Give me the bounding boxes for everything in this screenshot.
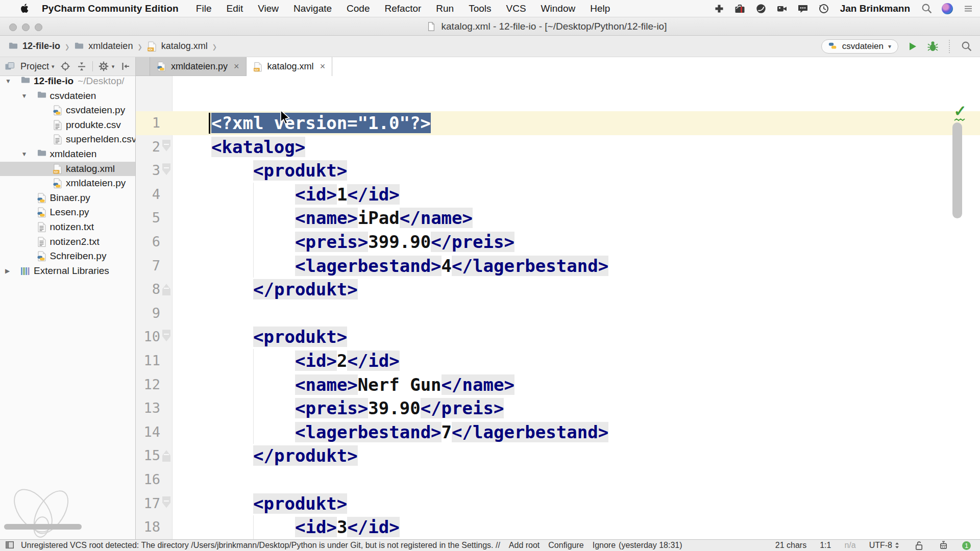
tree-item-superhelden-csv[interactable]: superhelden.csv [0, 132, 135, 147]
fold-marker-icon[interactable] [162, 496, 170, 508]
code-line-18[interactable]: 18<id>3</id> [136, 515, 980, 539]
menu-run[interactable]: Run [436, 3, 454, 14]
code-line-12[interactable]: 12<name>Nerf Gun</name> [136, 373, 980, 397]
project-panel-title[interactable]: Project [20, 61, 49, 72]
tab-katalog-xml[interactable]: <>katalog.xml× [247, 57, 333, 76]
code-line-5[interactable]: 5<name>iPad</name> [136, 206, 980, 230]
plus-icon[interactable] [714, 3, 725, 14]
apple-icon[interactable] [18, 3, 30, 14]
code-line-17[interactable]: 17<produkt> [136, 492, 980, 516]
fold-marker-icon[interactable] [162, 284, 170, 295]
hide-panel-icon[interactable] [120, 61, 131, 72]
tree-item-schreiben-py[interactable]: Schreiben.py [0, 249, 135, 264]
history-icon[interactable] [818, 3, 829, 14]
menu-navigate[interactable]: Navigate [293, 3, 332, 14]
code-line-14[interactable]: 14<lagerbestand>7</lagerbestand> [136, 420, 980, 444]
camera-icon[interactable] [776, 3, 788, 14]
code-line-13[interactable]: 13<preis>39.90</preis> [136, 396, 980, 420]
tree-item-xmldateien-py[interactable]: xmldateien.py [0, 176, 135, 191]
siri-icon[interactable] [942, 3, 953, 14]
collapse-all-icon[interactable] [76, 61, 87, 72]
code-line-15[interactable]: 15</produkt> [136, 444, 980, 468]
tree-item-12-file-io[interactable]: ▼12-file-io~/Desktop/ [0, 76, 135, 89]
tree-item-katalog-xml[interactable]: <>katalog.xml [0, 162, 135, 177]
chat-icon[interactable] [797, 3, 808, 14]
list-icon[interactable] [963, 3, 974, 14]
fold-marker-icon[interactable] [162, 163, 170, 175]
tree-collapsed-arrow-icon[interactable]: ▶ [5, 267, 10, 274]
char-count[interactable]: 21 chars [775, 541, 806, 550]
tree-item-notizen2-txt[interactable]: notizen2.txt [0, 235, 135, 249]
tree-expanded-arrow-icon[interactable]: ▼ [21, 92, 28, 99]
code-line-6[interactable]: 6<preis>399.90</preis> [136, 230, 980, 254]
tree-item-csvdateien-py[interactable]: csvdateien.py [0, 103, 135, 118]
search-everywhere-icon[interactable] [961, 41, 972, 52]
vcs-action-ignore[interactable]: Ignore [593, 541, 616, 550]
fold-marker-icon[interactable] [162, 330, 170, 341]
locate-icon[interactable] [60, 61, 71, 72]
code-line-11[interactable]: 11<id>2</id> [136, 349, 980, 373]
tree-item-external-libraries[interactable]: ▶External Libraries [0, 264, 135, 279]
app-name[interactable]: PyCharm Community Edition [42, 3, 179, 14]
tree-expanded-arrow-icon[interactable]: ▼ [21, 151, 28, 158]
tree-item-binaer-py[interactable]: Binaer.py [0, 191, 135, 206]
code-line-10[interactable]: 10<produkt> [136, 325, 980, 349]
breadcrumb-item-xmldateien[interactable]: xmldateien [74, 41, 133, 52]
vcs-action-add-root[interactable]: Add root [509, 541, 540, 550]
menu-refactor[interactable]: Refactor [385, 3, 422, 14]
code-line-7[interactable]: 7<lagerbestand>4</lagerbestand> [136, 254, 980, 278]
menu-vcs[interactable]: VCS [506, 3, 526, 14]
toolbox-icon[interactable] [734, 3, 746, 14]
breadcrumb-item-12-file-io[interactable]: 12-file-io [8, 41, 60, 52]
tree-item-xmldateien[interactable]: ▼xmldateien [0, 147, 135, 162]
user-name[interactable]: Jan Brinkmann [840, 3, 910, 14]
close-icon[interactable]: × [234, 61, 239, 72]
code-line-8[interactable]: 8</produkt> [136, 278, 980, 302]
code-line-1[interactable]: 1<?xml version="1.0"?> [136, 111, 980, 135]
editor[interactable]: 1<?xml version="1.0"?>2<katalog>3<produk… [136, 76, 980, 539]
file-encoding[interactable]: UTF-8 [869, 540, 900, 551]
tab-xmldateien-py[interactable]: xmldateien.py× [150, 57, 247, 76]
traffic-light-zoom[interactable] [35, 23, 42, 31]
code-line-4[interactable]: 4<id>1</id> [136, 183, 980, 207]
menu-window[interactable]: Window [541, 3, 576, 14]
search-icon[interactable] [921, 3, 932, 14]
code-line-9[interactable]: 9 [136, 302, 980, 325]
run-config-select[interactable]: csvdateien ▾ [821, 39, 898, 54]
inspection-check-icon[interactable]: ✓ [951, 105, 969, 121]
fold-marker-icon[interactable] [162, 140, 170, 152]
hector-icon[interactable] [938, 540, 949, 551]
tree-item-produkte-csv[interactable]: produkte.csv [0, 118, 135, 133]
tree-item-notizen-txt[interactable]: notizen.txt [0, 220, 135, 235]
menu-code[interactable]: Code [347, 3, 370, 14]
vertical-scrollbar[interactable] [952, 122, 962, 218]
lock-icon[interactable] [913, 540, 924, 551]
notification-badge[interactable]: 1 [962, 541, 971, 550]
horizontal-scrollbar[interactable] [4, 524, 82, 530]
menu-tools[interactable]: Tools [469, 3, 491, 14]
project-window-icon[interactable] [5, 61, 15, 72]
menu-view[interactable]: View [258, 3, 279, 14]
traffic-light-minimize[interactable] [22, 23, 30, 31]
line-separator[interactable]: n/a [844, 541, 855, 550]
traffic-light-close[interactable] [9, 23, 17, 31]
fold-marker-icon[interactable] [162, 450, 170, 462]
debug-icon[interactable] [927, 41, 938, 52]
tree-item-lesen-py[interactable]: Lesen.py [0, 205, 135, 220]
tool-window-toggle-icon[interactable] [5, 540, 15, 551]
code-line-3[interactable]: 3<produkt> [136, 159, 980, 183]
vcs-action-configure[interactable]: Configure [548, 541, 583, 550]
code-line-2[interactable]: 2<katalog> [136, 135, 980, 159]
menu-help[interactable]: Help [590, 3, 610, 14]
tree-item-csvdateien[interactable]: ▼csvdateien [0, 89, 135, 104]
menu-edit[interactable]: Edit [226, 3, 243, 14]
menu-file[interactable]: File [196, 3, 212, 14]
breadcrumb-item-katalog-xml[interactable]: <>katalog.xml [147, 41, 208, 52]
circle-swoosh-icon[interactable] [755, 3, 767, 14]
code-line-16[interactable]: 16 [136, 468, 980, 492]
tree-expanded-arrow-icon[interactable]: ▼ [5, 78, 11, 85]
caret-position[interactable]: 1:1 [820, 541, 831, 550]
run-icon[interactable] [907, 41, 918, 52]
close-icon[interactable]: × [320, 61, 326, 72]
gear-icon[interactable] [99, 61, 109, 72]
